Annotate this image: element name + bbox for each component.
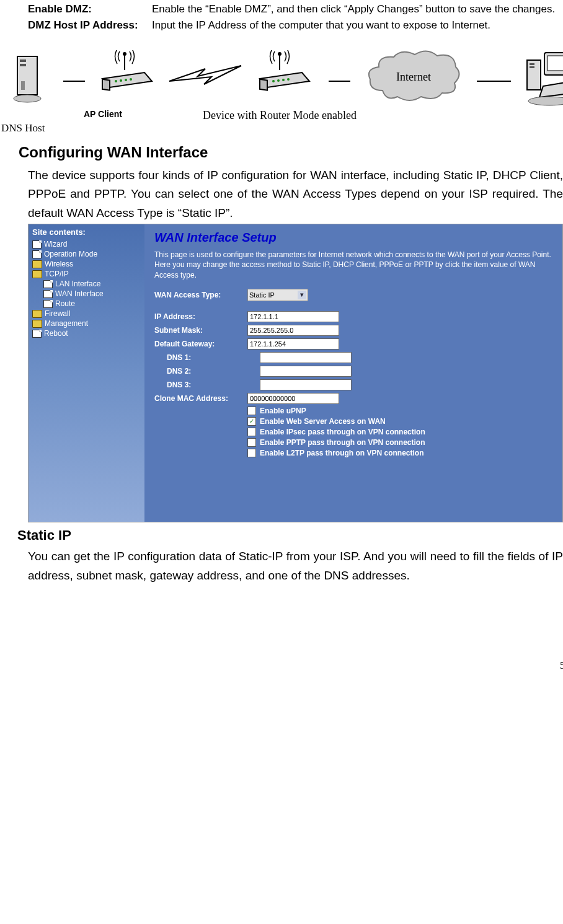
check-label-l2tp: Enable L2TP pass through on VPN connecti… <box>260 449 423 457</box>
row-subnet: Subnet Mask: <box>154 325 552 336</box>
svg-rect-27 <box>530 66 534 68</box>
sidebar-item-label: Reboot <box>44 329 68 338</box>
svg-rect-8 <box>102 79 110 90</box>
sidebar-item-label: Management <box>45 319 88 328</box>
sidebar-item-operation-mode[interactable]: Operation Mode <box>32 249 141 259</box>
sidebar-item-management[interactable]: Management <box>32 319 141 328</box>
label-dns1: DNS 1: <box>154 353 260 362</box>
svg-point-15 <box>278 52 282 56</box>
row-ip: IP Address: <box>154 311 552 322</box>
input-subnet[interactable] <box>247 325 339 336</box>
svg-point-7 <box>123 52 126 56</box>
paragraph-static-ip: You can get the IP configuration data of… <box>28 547 563 585</box>
sidebar-item-wizard[interactable]: Wizard <box>32 239 141 249</box>
svg-point-12 <box>130 78 132 81</box>
svg-point-10 <box>120 79 122 82</box>
def-text-enable-dmz: Enable the “Enable DMZ”, and then click … <box>152 3 563 15</box>
check-row-l2tp: Enable L2TP pass through on VPN connecti… <box>247 449 552 457</box>
wire-icon <box>63 50 85 106</box>
svg-rect-16 <box>260 79 267 90</box>
svg-point-11 <box>125 79 127 81</box>
svg-marker-13 <box>169 66 241 84</box>
svg-rect-0 <box>17 56 37 95</box>
sidebar-item-wan-interface[interactable]: WAN Interface <box>32 289 141 299</box>
sidebar-item-wireless[interactable]: Wireless <box>32 259 141 269</box>
input-gw[interactable] <box>247 338 339 350</box>
svg-point-20 <box>287 78 290 81</box>
folder-icon <box>32 270 42 278</box>
wan-setup-screenshot: Site contents: WizardOperation ModeWirel… <box>28 224 563 522</box>
select-access-type-value: Static IP <box>249 291 275 299</box>
svg-rect-24 <box>547 56 563 71</box>
svg-point-19 <box>282 79 285 81</box>
page-icon <box>32 250 42 258</box>
check-label-webwan: Enable Web Server Access on WAN <box>260 417 386 426</box>
folder-icon <box>32 320 42 328</box>
label-subnet: Subnet Mask: <box>154 326 247 335</box>
panel-intro: This page is used to configure the param… <box>154 250 552 280</box>
internet-cloud-icon: Internet <box>364 47 463 109</box>
input-dns3[interactable] <box>260 379 352 390</box>
sidebar-item-label: Wireless <box>45 260 73 268</box>
check-label-ipsec: Enable IPsec pass through on VPN connect… <box>260 428 425 436</box>
page-icon <box>32 330 42 338</box>
input-ip[interactable] <box>247 311 339 322</box>
check-row-ipsec: Enable IPsec pass through on VPN connect… <box>247 428 552 436</box>
definitions-block: Enable DMZ: Enable the “Enable DMZ”, and… <box>28 3 563 32</box>
ap-client-caption: AP Client <box>84 109 122 122</box>
sidebar-item-label: Wizard <box>44 240 67 249</box>
select-access-type[interactable]: Static IP ▾ <box>247 289 308 301</box>
def-row-dmz-host: DMZ Host IP Address: Input the IP Addres… <box>28 19 563 32</box>
svg-point-17 <box>272 80 275 82</box>
sidebar-item-label: Operation Mode <box>44 250 97 258</box>
internet-label: Internet <box>396 71 431 83</box>
svg-point-9 <box>115 80 117 82</box>
checkbox-ipsec[interactable] <box>247 428 256 436</box>
heading-configuring-wan: Configuring WAN Interface <box>19 144 563 161</box>
input-dns1[interactable] <box>260 352 352 363</box>
svg-rect-26 <box>530 63 534 65</box>
label-ip: IP Address: <box>154 312 247 321</box>
wire-icon <box>477 50 511 106</box>
label-clone: Clone MAC Address: <box>154 394 247 403</box>
sidebar-item-label: Firewall <box>45 309 70 318</box>
sidebar-title: Site contents: <box>32 227 141 237</box>
def-text-dmz-host: Input the IP Address of the computer tha… <box>152 19 563 32</box>
row-dns2: DNS 2: <box>154 366 552 377</box>
network-diagram: Internet AP Client Device with Router Mo… <box>12 47 563 134</box>
input-clone[interactable] <box>247 393 339 404</box>
page-icon <box>43 280 53 288</box>
sidebar-item-route[interactable]: Route <box>32 299 141 309</box>
row-dns3: DNS 3: <box>154 379 552 390</box>
folder-icon <box>32 310 42 318</box>
check-label-upnp: Enable uPNP <box>260 407 306 415</box>
row-clone: Clone MAC Address: <box>154 393 552 404</box>
dns-host-caption: DNS Host <box>1 122 563 134</box>
sidebar-item-label: TCP/IP <box>45 270 69 278</box>
page-icon <box>43 300 53 308</box>
router-device-icon <box>256 50 315 106</box>
device-mode-caption: Device with Router Mode enabled <box>203 109 357 122</box>
label-dns2: DNS 2: <box>154 367 260 376</box>
sidebar-item-tcp/ip[interactable]: TCP/IP <box>32 269 141 279</box>
sidebar-item-reboot[interactable]: Reboot <box>32 328 141 338</box>
sidebar-item-firewall[interactable]: Firewall <box>32 309 141 319</box>
checkbox-upnp[interactable] <box>247 407 256 415</box>
svg-point-4 <box>14 95 41 102</box>
label-dns3: DNS 3: <box>154 381 260 389</box>
checkbox-l2tp[interactable] <box>247 449 256 457</box>
check-label-pptp: Enable PPTP pass through on VPN connecti… <box>260 438 425 447</box>
chevron-down-icon: ▾ <box>298 291 306 299</box>
svg-point-18 <box>277 79 280 82</box>
panel-title: WAN Interface Setup <box>154 231 552 245</box>
sidebar-item-label: Route <box>55 299 75 308</box>
def-row-enable-dmz: Enable DMZ: Enable the “Enable DMZ”, and… <box>28 3 563 15</box>
sidebar-item-lan-interface[interactable]: LAN Interface <box>32 279 141 289</box>
row-gw: Default Gateway: <box>154 338 552 350</box>
input-dns2[interactable] <box>260 366 352 377</box>
checkbox-webwan[interactable]: ✓ <box>247 417 256 426</box>
ap-client-icon <box>99 50 154 106</box>
heading-static-ip: Static IP <box>17 527 563 543</box>
checkbox-pptp[interactable] <box>247 438 256 447</box>
label-gw: Default Gateway: <box>154 340 247 348</box>
